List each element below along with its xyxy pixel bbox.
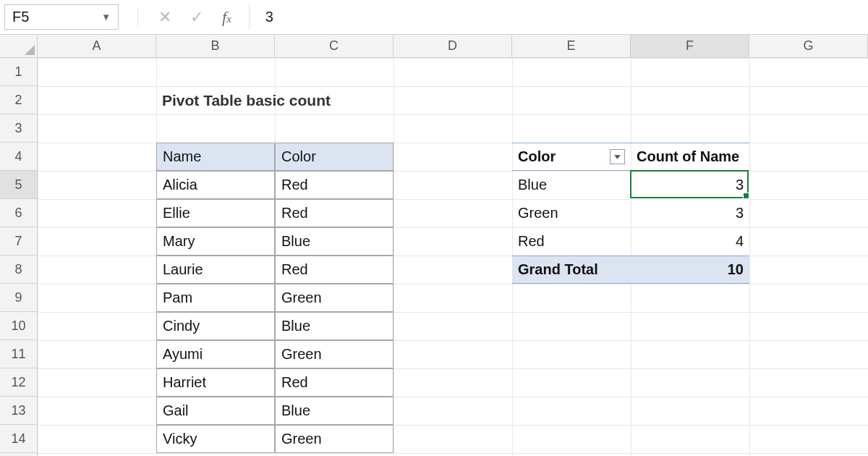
row-header-9[interactable]: 9 [0, 284, 37, 312]
row-header-6[interactable]: 6 [0, 199, 37, 227]
row-header-8[interactable]: 8 [0, 256, 37, 284]
table-row[interactable]: Alicia [156, 171, 275, 199]
table-row[interactable]: Vicky [156, 425, 275, 453]
cancel-icon[interactable]: ✕ [158, 8, 171, 27]
pivot-row-label[interactable]: Blue [512, 171, 631, 199]
pivot-row-value[interactable]: 4 [631, 227, 749, 256]
row-header-7[interactable]: 7 [0, 227, 37, 256]
table-header-name[interactable]: Name [156, 143, 275, 171]
row-header-13[interactable]: 13 [0, 397, 37, 425]
page-title: Pivot Table basic count [156, 86, 512, 114]
col-header-D[interactable]: D [393, 35, 512, 57]
table-row[interactable]: Red [275, 199, 393, 227]
table-row[interactable]: Red [275, 171, 393, 199]
table-row[interactable]: Red [275, 256, 393, 284]
pivot-row-value[interactable]: 3 [631, 171, 749, 199]
column-headers: ABCDEFG [0, 35, 868, 58]
pivot-header-count[interactable]: Count of Name [631, 143, 749, 171]
row-header-4[interactable]: 4 [0, 143, 37, 171]
spreadsheet: ABCDEFG 1234567891011121314 Pivot Table … [0, 35, 868, 456]
table-row[interactable]: Blue [275, 227, 393, 256]
table-row[interactable]: Red [275, 368, 393, 397]
row-header-1[interactable]: 1 [0, 58, 37, 86]
pivot-header-rowlabel[interactable]: Color [512, 143, 631, 171]
table-row[interactable]: Laurie [156, 256, 275, 284]
select-all-corner[interactable] [0, 35, 38, 57]
svg-marker-0 [614, 155, 621, 159]
table-row[interactable]: Green [275, 425, 393, 453]
formula-bar-buttons: ✕ ✓ fx [126, 4, 242, 30]
table-row[interactable]: Gail [156, 397, 275, 425]
table-row[interactable]: Green [275, 284, 393, 312]
pivot-row-value[interactable]: 3 [631, 199, 749, 227]
row-header-10[interactable]: 10 [0, 312, 37, 340]
col-header-F[interactable]: F [631, 35, 749, 57]
row-header-12[interactable]: 12 [0, 368, 37, 397]
col-header-A[interactable]: A [38, 35, 156, 57]
table-row[interactable]: Ellie [156, 199, 275, 227]
accept-icon[interactable]: ✓ [190, 8, 203, 27]
col-header-B[interactable]: B [156, 35, 275, 57]
formula-bar: F5 ▼ ✕ ✓ fx 3 [0, 0, 868, 35]
row-header-5[interactable]: 5 [0, 171, 37, 199]
row-headers: 1234567891011121314 [0, 58, 38, 456]
table-row[interactable]: Ayumi [156, 340, 275, 368]
pivot-filter-dropdown-icon[interactable] [610, 149, 625, 164]
col-header-G[interactable]: G [749, 35, 868, 57]
table-row[interactable]: Blue [275, 397, 393, 425]
name-box-dropdown-icon[interactable]: ▼ [101, 12, 111, 22]
pivot-grand-total-value[interactable]: 10 [631, 256, 749, 284]
col-header-C[interactable]: C [275, 35, 393, 57]
row-header-2[interactable]: 2 [0, 86, 37, 114]
table-row[interactable]: Mary [156, 227, 275, 256]
row-header-14[interactable]: 14 [0, 425, 37, 453]
col-header-E[interactable]: E [512, 35, 631, 57]
pivot-header-color-label: Color [518, 148, 556, 165]
row-header-11[interactable]: 11 [0, 340, 37, 368]
row-header-3[interactable]: 3 [0, 114, 37, 143]
table-row[interactable]: Cindy [156, 312, 275, 340]
grid-body[interactable]: Pivot Table basic countNameColorAliciaRe… [38, 58, 868, 456]
table-row[interactable]: Harriet [156, 368, 275, 397]
formula-input[interactable]: 3 [249, 4, 864, 30]
pivot-row-label[interactable]: Red [512, 227, 631, 256]
table-row[interactable]: Pam [156, 284, 275, 312]
name-box[interactable]: F5 ▼ [4, 4, 119, 30]
fx-icon[interactable]: fx [222, 8, 231, 27]
table-row[interactable]: Green [275, 340, 393, 368]
pivot-row-label[interactable]: Green [512, 199, 631, 227]
table-header-color[interactable]: Color [275, 143, 393, 171]
pivot-grand-total-label[interactable]: Grand Total [512, 256, 631, 284]
separator [137, 8, 138, 27]
table-row[interactable]: Blue [275, 312, 393, 340]
name-box-value: F5 [12, 9, 29, 25]
formula-value: 3 [265, 9, 273, 25]
